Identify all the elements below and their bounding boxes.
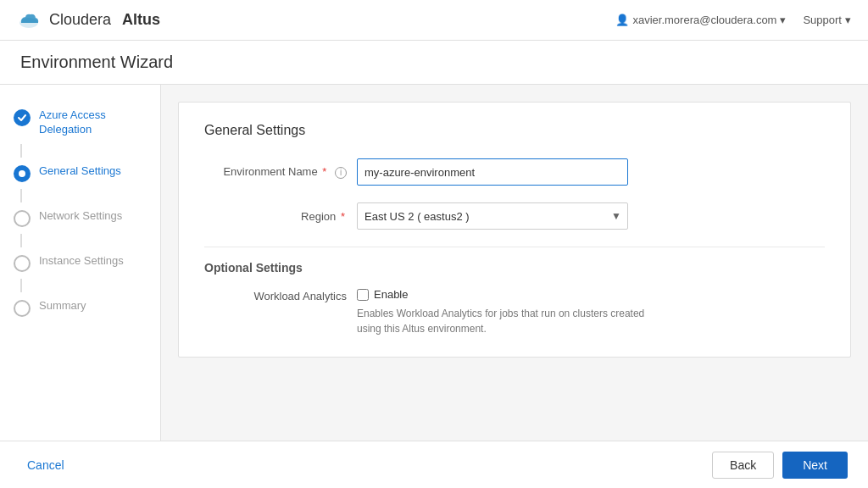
region-select-wrapper: East US 2 ( eastus2 ) East US ( eastus )… bbox=[357, 202, 628, 230]
step-circle-summary bbox=[14, 300, 31, 317]
footer-left: Cancel bbox=[20, 453, 71, 477]
step-connector-3 bbox=[20, 234, 22, 247]
sidebar-label-summary: Summary bbox=[39, 299, 86, 313]
step-circle-network-settings bbox=[14, 210, 31, 227]
user-menu[interactable]: 👤 xavier.morera@cloudera.com ▾ bbox=[615, 14, 786, 26]
region-select[interactable]: East US 2 ( eastus2 ) East US ( eastus )… bbox=[357, 202, 628, 230]
section-title: General Settings bbox=[204, 123, 825, 138]
content-panel: General Settings Environment Name * i Re… bbox=[161, 85, 868, 441]
sidebar-item-instance-settings: Instance Settings bbox=[0, 247, 160, 279]
step-connector-1 bbox=[20, 144, 22, 158]
sidebar-item-network-settings: Network Settings bbox=[0, 202, 160, 234]
environment-name-info-icon[interactable]: i bbox=[335, 167, 347, 179]
step-connector-2 bbox=[20, 189, 22, 202]
enable-row: Enable bbox=[357, 288, 645, 301]
footer-right: Back Next bbox=[712, 452, 848, 479]
environment-name-label: Environment Name * i bbox=[204, 165, 357, 179]
app-logo: Cloudera Altus bbox=[17, 11, 160, 29]
next-button[interactable]: Next bbox=[782, 452, 848, 479]
step-circle-general-settings bbox=[14, 165, 31, 182]
support-label: Support bbox=[803, 14, 842, 26]
support-menu[interactable]: Support ▾ bbox=[803, 14, 851, 26]
page-title-bar: Environment Wizard bbox=[0, 41, 868, 85]
page-title: Environment Wizard bbox=[20, 53, 848, 72]
support-dropdown-icon: ▾ bbox=[845, 14, 851, 26]
sidebar-item-azure-access[interactable]: Azure Access Delegation bbox=[0, 102, 160, 144]
step-circle-instance-settings bbox=[14, 255, 31, 272]
step-connector-4 bbox=[20, 279, 22, 292]
logo-cloudera: Cloudera bbox=[49, 11, 111, 29]
enable-label[interactable]: Enable bbox=[374, 288, 408, 301]
logo-altus: Altus bbox=[122, 11, 160, 29]
top-nav: Cloudera Altus 👤 xavier.morera@cloudera.… bbox=[0, 0, 868, 41]
cloudera-icon bbox=[17, 12, 41, 29]
back-button[interactable]: Back bbox=[712, 452, 774, 479]
sidebar-item-summary: Summary bbox=[0, 292, 160, 324]
workload-analytics-content: Enable Enables Workload Analytics for jo… bbox=[357, 288, 645, 336]
sidebar-label-instance-settings: Instance Settings bbox=[39, 254, 124, 269]
top-nav-right: 👤 xavier.morera@cloudera.com ▾ Support ▾ bbox=[615, 14, 851, 26]
optional-settings-title: Optional Settings bbox=[204, 261, 825, 274]
environment-name-input[interactable] bbox=[357, 158, 628, 186]
workload-analytics-row: Workload Analytics Enable Enables Worklo… bbox=[204, 288, 825, 336]
sidebar-item-general-settings[interactable]: General Settings bbox=[0, 158, 160, 189]
user-dropdown-icon: ▾ bbox=[780, 14, 786, 26]
user-icon: 👤 bbox=[615, 14, 629, 26]
sidebar-label-network-settings: Network Settings bbox=[39, 209, 122, 224]
footer: Cancel Back Next bbox=[0, 441, 868, 488]
user-email: xavier.morera@cloudera.com bbox=[632, 14, 776, 26]
step-circle-azure-access bbox=[14, 109, 31, 126]
region-row: Region * East US 2 ( eastus2 ) East US (… bbox=[204, 202, 825, 230]
region-label: Region * bbox=[204, 210, 357, 223]
workload-analytics-checkbox[interactable] bbox=[357, 289, 369, 301]
sidebar-label-azure-access: Azure Access Delegation bbox=[39, 108, 147, 137]
sidebar-label-general-settings: General Settings bbox=[39, 164, 121, 179]
section-divider bbox=[204, 247, 825, 247]
environment-name-row: Environment Name * i bbox=[204, 158, 825, 186]
workload-analytics-description: Enables Workload Analytics for jobs that… bbox=[357, 306, 645, 336]
cancel-button[interactable]: Cancel bbox=[20, 453, 71, 477]
wizard-sidebar: Azure Access Delegation General Settings… bbox=[0, 85, 161, 441]
main-area: Azure Access Delegation General Settings… bbox=[0, 85, 868, 441]
workload-analytics-label: Workload Analytics bbox=[204, 288, 357, 302]
general-settings-card: General Settings Environment Name * i Re… bbox=[178, 102, 851, 358]
